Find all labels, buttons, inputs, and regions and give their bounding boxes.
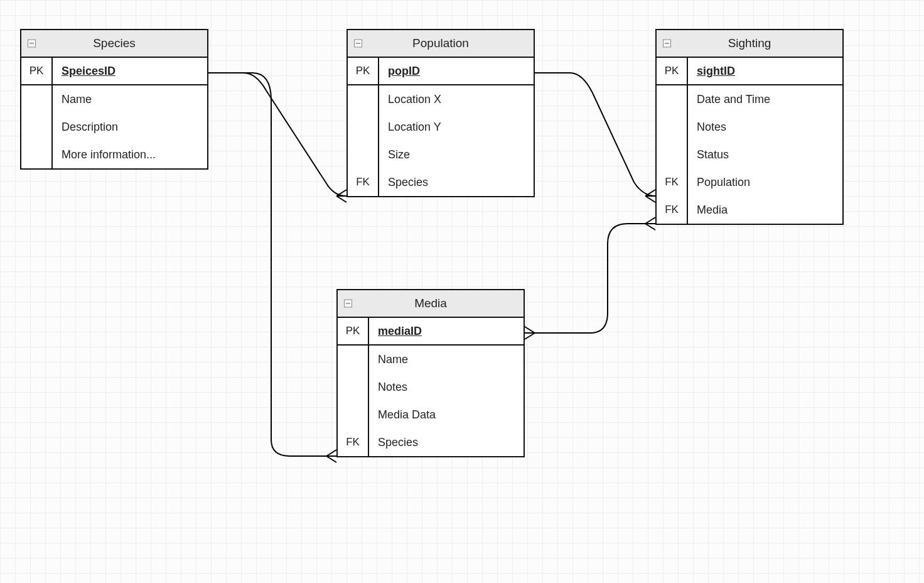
attr-row[interactable]: Date and Time — [657, 85, 842, 113]
attr-row[interactable]: Media Data — [338, 401, 524, 428]
collapse-icon[interactable] — [663, 40, 671, 48]
entity-body-sighting: PK sightID Date and Time Notes Status FK… — [657, 58, 842, 224]
key-label: PK — [21, 58, 53, 84]
attr-name: Notes — [688, 113, 842, 141]
crowfoot-sighting-pop — [645, 190, 655, 202]
attr-name: Species — [379, 168, 534, 196]
crowfoot-population — [336, 190, 346, 202]
collapse-icon[interactable] — [354, 40, 362, 48]
attr-row[interactable]: Notes — [657, 113, 842, 141]
attr-name: Name — [369, 346, 524, 373]
attr-row[interactable]: FK Media — [657, 196, 842, 224]
collapse-icon[interactable] — [28, 40, 36, 48]
attr-name: Description — [53, 113, 207, 141]
attr-row[interactable]: Status — [657, 141, 842, 168]
key-label — [348, 113, 379, 141]
attr-row[interactable]: Size — [348, 141, 534, 168]
attr-row[interactable]: Name — [21, 85, 207, 113]
pk-attr: sightID — [697, 65, 735, 78]
key-label — [348, 85, 379, 113]
key-label — [338, 373, 369, 401]
attr-name: Date and Time — [688, 85, 842, 113]
attr-row[interactable]: More information... — [21, 141, 207, 168]
attr-row[interactable]: FK Population — [657, 168, 842, 196]
connector-population-sighting — [535, 73, 655, 196]
attr-name: Location Y — [379, 113, 534, 141]
attr-row[interactable]: Location X — [348, 85, 534, 113]
diagram-canvas: Species PK SpeicesID Name Description Mo… — [0, 0, 924, 583]
attr-name: Media — [688, 196, 842, 224]
attr-row[interactable]: FK Species — [348, 168, 534, 196]
crowfoot-media-right — [525, 327, 535, 339]
key-label: FK — [657, 196, 688, 224]
key-label: PK — [657, 58, 688, 84]
entity-title: Media — [414, 297, 447, 310]
entity-body-media: PK mediaID Name Notes Media Data FK Spec… — [338, 318, 524, 456]
attr-row[interactable]: Location Y — [348, 113, 534, 141]
entity-header-species[interactable]: Species — [21, 30, 207, 58]
attr-name: Notes — [369, 373, 524, 401]
entity-body-species: PK SpeicesID Name Description More infor… — [21, 58, 207, 168]
pk-attr: SpeicesID — [62, 65, 115, 78]
key-label — [657, 113, 688, 141]
entity-body-population: PK popID Location X Location Y Size FK S… — [348, 58, 534, 196]
entity-header-media[interactable]: Media — [338, 290, 524, 318]
key-label: PK — [338, 318, 369, 344]
entity-header-population[interactable]: Population — [348, 30, 534, 58]
entity-species[interactable]: Species PK SpeicesID Name Description Mo… — [20, 29, 208, 170]
key-label — [21, 141, 53, 168]
pk-row[interactable]: PK popID — [348, 58, 534, 85]
pk-attr: mediaID — [378, 325, 422, 338]
attr-name: Size — [379, 141, 534, 168]
key-label — [21, 113, 53, 141]
attr-row[interactable]: Description — [21, 113, 207, 141]
key-label: FK — [657, 168, 688, 196]
attr-row[interactable]: Name — [338, 346, 524, 373]
entity-title: Sighting — [728, 36, 771, 50]
key-label — [338, 401, 369, 428]
key-label: FK — [338, 428, 369, 456]
key-label — [657, 141, 688, 168]
attr-name: More information... — [53, 141, 207, 168]
key-label: FK — [348, 168, 379, 196]
crowfoot-sighting-media — [645, 217, 655, 230]
key-label — [657, 85, 688, 113]
key-label — [348, 141, 379, 168]
connector-media-sighting — [525, 224, 655, 333]
attr-name: Population — [688, 168, 842, 196]
attr-name: Species — [369, 428, 524, 456]
key-label — [21, 85, 53, 113]
pk-row[interactable]: PK SpeicesID — [21, 58, 207, 85]
collapse-icon[interactable] — [344, 300, 352, 308]
entity-population[interactable]: Population PK popID Location X Location … — [346, 29, 535, 197]
entity-media[interactable]: Media PK mediaID Name Notes Media Data F… — [336, 289, 525, 457]
key-label — [338, 346, 369, 373]
crowfoot-media — [326, 450, 336, 462]
entity-title: Species — [93, 36, 136, 50]
entity-sighting[interactable]: Sighting PK sightID Date and Time Notes … — [655, 29, 844, 225]
attr-name: Name — [53, 85, 207, 113]
pk-row[interactable]: PK sightID — [657, 58, 842, 85]
connector-species-population — [208, 73, 346, 196]
entity-title: Population — [412, 36, 469, 50]
attr-row[interactable]: Notes — [338, 373, 524, 401]
attr-name: Location X — [379, 85, 534, 113]
pk-attr: popID — [388, 65, 420, 78]
key-label: PK — [348, 58, 379, 84]
attr-name: Media Data — [369, 401, 524, 428]
attr-name: Status — [688, 141, 842, 168]
connector-species-media — [208, 73, 336, 456]
pk-row[interactable]: PK mediaID — [338, 318, 524, 346]
entity-header-sighting[interactable]: Sighting — [657, 30, 842, 58]
attr-row[interactable]: FK Species — [338, 428, 524, 456]
